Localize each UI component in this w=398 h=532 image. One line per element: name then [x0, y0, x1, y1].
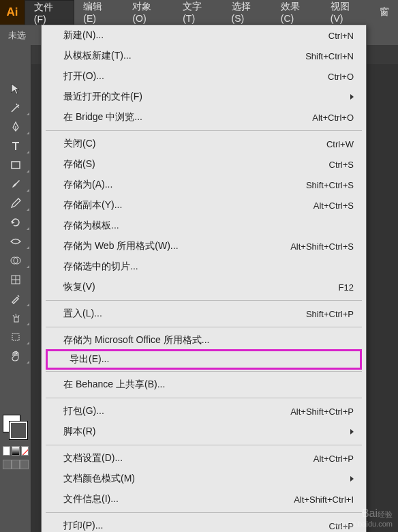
svg-rect-0: [12, 162, 20, 168]
menu-save-as[interactable]: 存储为(A)...Shift+Ctrl+S: [42, 175, 366, 195]
tools-panel: [0, 45, 31, 532]
submenu-arrow-icon: [350, 429, 354, 434]
menu-recent[interactable]: 最近打开的文件(F): [42, 87, 366, 107]
separator: [46, 398, 362, 398]
menu-revert[interactable]: 恢复(V)F12: [42, 277, 366, 297]
separator: [46, 327, 362, 327]
menu-new[interactable]: 新建(N)...Ctrl+N: [42, 25, 366, 46]
menu-window[interactable]: 窗: [371, 0, 398, 25]
paintbrush-tool[interactable]: [0, 175, 31, 194]
separator: [46, 371, 362, 372]
menu-view[interactable]: 视图(V): [322, 0, 371, 25]
menu-open[interactable]: 打开(O)...Ctrl+O: [42, 66, 366, 87]
symbol-sprayer-tool[interactable]: [0, 308, 31, 327]
menu-place[interactable]: 置入(L)...Shift+Ctrl+P: [42, 304, 366, 324]
menu-save-ms-office[interactable]: 存储为 Microsoft Office 所用格式...: [42, 330, 366, 351]
color-mode-solid[interactable]: [3, 446, 10, 456]
color-mode-gradient[interactable]: [12, 446, 19, 456]
menu-effect[interactable]: 效果(C): [272, 0, 322, 25]
draw-behind[interactable]: [12, 460, 20, 469]
separator: [46, 130, 362, 131]
watermark: Bai经验 jingyan.baidu.com: [332, 507, 393, 528]
draw-inside[interactable]: [20, 460, 29, 469]
menu-document-setup[interactable]: 文档设置(D)...Alt+Ctrl+P: [42, 448, 366, 469]
svg-rect-5: [12, 334, 19, 340]
menu-bar: 文件(F) 编辑(E) 对象(O) 文字(T) 选择(S) 效果(C) 视图(V…: [25, 0, 398, 25]
menu-save-for-web[interactable]: 存储为 Web 所用格式(W)...Alt+Shift+Ctrl+S: [42, 236, 366, 256]
menu-color-mode[interactable]: 文档颜色模式(M): [42, 469, 366, 489]
menu-edit[interactable]: 编辑(E): [74, 0, 123, 25]
submenu-arrow-icon: [350, 94, 354, 100]
menu-save[interactable]: 存储(S)Ctrl+S: [42, 154, 366, 175]
menu-package[interactable]: 打包(G)...Alt+Shift+Ctrl+P: [42, 401, 366, 422]
menu-print[interactable]: 打印(P)...Ctrl+P: [42, 516, 366, 532]
menu-new-from-template[interactable]: 从模板新建(T)...Shift+Ctrl+N: [42, 46, 366, 66]
artboard-tool[interactable]: [0, 327, 31, 346]
menu-export[interactable]: 导出(E)...: [46, 349, 362, 370]
rectangle-tool[interactable]: [0, 156, 31, 175]
menu-save-copy[interactable]: 存储副本(Y)...Alt+Ctrl+S: [42, 195, 366, 216]
magic-wand-tool[interactable]: [0, 98, 31, 117]
stroke-color[interactable]: [10, 422, 27, 439]
mesh-tool[interactable]: [0, 270, 31, 289]
menu-scripts[interactable]: 脚本(R): [42, 422, 366, 442]
file-menu-dropdown: 新建(N)...Ctrl+N 从模板新建(T)...Shift+Ctrl+N 打…: [41, 25, 367, 532]
draw-normal[interactable]: [3, 460, 12, 469]
menu-save-template[interactable]: 存储为模板...: [42, 216, 366, 236]
color-mode-none[interactable]: [21, 446, 29, 456]
separator: [46, 445, 362, 445]
hand-tool[interactable]: [0, 346, 31, 366]
selection-status: 未选: [8, 29, 26, 42]
separator: [46, 300, 362, 301]
color-swatches: [3, 415, 29, 469]
menu-save-selected-slices[interactable]: 存储选中的切片...: [42, 256, 366, 277]
shape-builder-tool[interactable]: [0, 251, 31, 270]
rotate-tool[interactable]: [0, 213, 31, 232]
menu-type[interactable]: 文字(T): [174, 0, 222, 25]
width-tool[interactable]: [0, 232, 31, 251]
pen-tool[interactable]: [0, 117, 31, 136]
menu-file-info[interactable]: 文件信息(I)...Alt+Shift+Ctrl+I: [42, 489, 366, 509]
eyedropper-tool[interactable]: [0, 289, 31, 308]
type-tool[interactable]: [0, 136, 31, 156]
menu-close[interactable]: 关闭(C)Ctrl+W: [42, 134, 366, 154]
submenu-arrow-icon: [350, 476, 354, 482]
menu-share-behance[interactable]: 在 Behance 上共享(B)...: [42, 374, 366, 395]
selection-tool[interactable]: [0, 79, 31, 98]
pencil-tool[interactable]: [0, 194, 31, 213]
title-bar: Ai 文件(F) 编辑(E) 对象(O) 文字(T) 选择(S) 效果(C) 视…: [0, 0, 398, 25]
separator: [46, 512, 362, 513]
menu-object[interactable]: 对象(O): [123, 0, 174, 25]
app-logo: Ai: [0, 0, 25, 25]
menu-select[interactable]: 选择(S): [223, 0, 272, 25]
menu-file[interactable]: 文件(F): [25, 0, 74, 25]
menu-browse-bridge[interactable]: 在 Bridge 中浏览...Alt+Ctrl+O: [42, 107, 366, 128]
svg-rect-4: [14, 317, 18, 322]
